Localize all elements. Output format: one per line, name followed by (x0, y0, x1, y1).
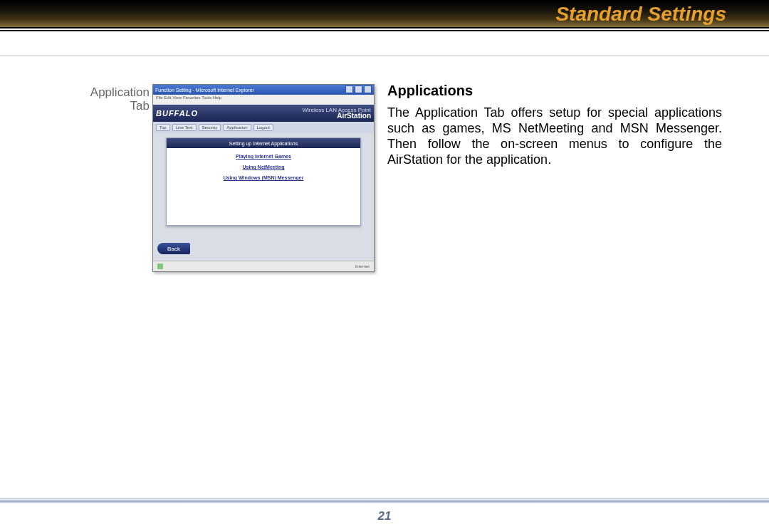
screenshot-thumbnail: Function Setting - Microsoft Internet Ex… (152, 84, 375, 272)
panel-link-2: Using NetMeeting (167, 165, 360, 169)
tab-security: Security (199, 124, 221, 131)
min-icon (345, 85, 353, 93)
back-button: Back (157, 243, 190, 254)
status-right: Internet (355, 264, 370, 268)
tab-linetest: Line Test (172, 124, 197, 131)
brand-row: BUFFALO Wireless LAN Access PointAirStat… (153, 105, 374, 122)
top-rule-2 (0, 27, 769, 28)
section-heading: Applications (387, 83, 722, 99)
window-title: Function Setting - Microsoft Internet Ex… (155, 88, 254, 93)
max-icon (355, 85, 362, 93)
close-icon (364, 85, 372, 93)
nav-tabs: Top Line Test Security Application Logou… (153, 122, 374, 133)
page-number: 21 (0, 509, 769, 523)
window-controls (344, 85, 372, 94)
panel-header: Setting up Internet Applications (167, 138, 360, 148)
screenshot-panel: Setting up Internet Applications Playing… (166, 137, 361, 226)
panel-link-3: Using Windows (MSN) Messenger (167, 175, 360, 180)
tab-logout: Logout (253, 124, 273, 131)
window-titlebar: Function Setting - Microsoft Internet Ex… (153, 85, 374, 95)
manual-page: { "header": { "chapter_title": "Standard… (0, 0, 769, 532)
tab-top: Top (156, 124, 170, 131)
status-bar: Internet (153, 261, 374, 271)
browser-menu: File Edit View Favorites Tools Help (153, 95, 374, 105)
panel-link-1: Playing Internet Games (167, 154, 360, 159)
section-body: Applications The Application Tab offers … (387, 83, 722, 167)
figure-caption: Application Tab (71, 85, 150, 113)
top-rule-3 (0, 30, 769, 31)
status-left (157, 264, 165, 270)
header-underline (0, 56, 769, 56)
section-paragraph: The Application Tab offers setup for spe… (387, 105, 722, 167)
status-icon (157, 264, 163, 269)
chapter-title: Standard Settings (555, 3, 726, 26)
product-label: Wireless LAN Access PointAirStation (303, 108, 371, 120)
tab-application: Application (223, 124, 251, 131)
brand-logo: BUFFALO (156, 109, 198, 118)
footer-rule (0, 499, 769, 504)
header-band: Standard Settings (0, 1, 769, 27)
